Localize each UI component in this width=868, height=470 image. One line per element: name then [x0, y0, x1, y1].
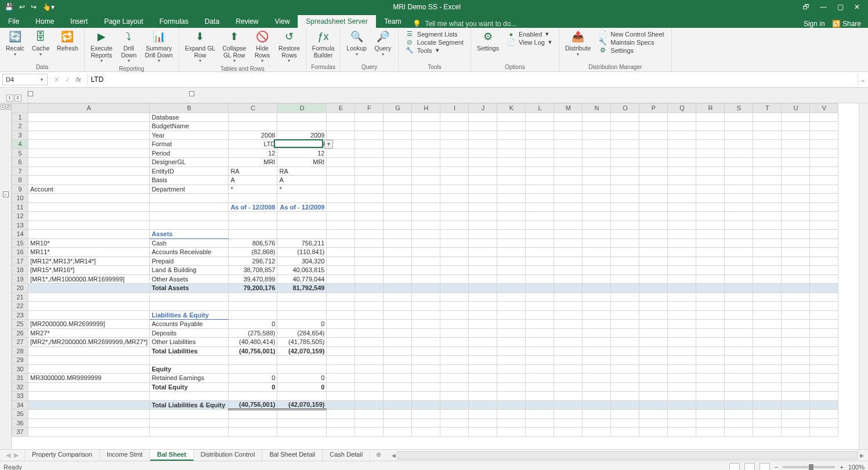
cell-U34[interactable] — [782, 400, 810, 410]
cell-T6[interactable] — [753, 158, 782, 167]
cell-I35[interactable] — [440, 410, 469, 419]
cell-U8[interactable] — [782, 176, 810, 185]
cell-S37[interactable] — [725, 428, 753, 437]
row-header-14[interactable]: 14 — [12, 230, 28, 239]
cell-I23[interactable] — [440, 310, 469, 320]
cell-I9[interactable] — [440, 185, 469, 194]
cell-H2[interactable] — [412, 122, 440, 131]
cell-L20[interactable] — [526, 284, 554, 293]
row-header-5[interactable]: 5 — [12, 149, 28, 158]
cell-N37[interactable] — [583, 428, 611, 437]
cell-V23[interactable] — [810, 310, 838, 320]
cell-M30[interactable] — [554, 364, 583, 374]
cell-T25[interactable] — [753, 320, 782, 329]
locate-segment-button[interactable]: ◎Locate Segment — [406, 38, 464, 46]
cell-C10[interactable] — [229, 194, 277, 203]
cell-N3[interactable] — [583, 131, 611, 140]
cell-V12[interactable] — [810, 212, 838, 221]
cell-U33[interactable] — [782, 392, 810, 401]
cell-O31[interactable] — [611, 374, 639, 383]
cache-button[interactable]: 🗄Cache▾ — [29, 29, 52, 58]
cell-D20[interactable]: 81,792,549 — [277, 284, 327, 293]
cell-I1[interactable] — [440, 113, 469, 122]
cell-U15[interactable] — [782, 238, 810, 248]
cell-A20[interactable] — [28, 284, 150, 293]
cell-P7[interactable] — [639, 167, 668, 176]
col-header-G[interactable]: G — [384, 104, 412, 113]
cell-G7[interactable] — [384, 167, 412, 176]
cell-S3[interactable] — [725, 131, 753, 140]
cell-C1[interactable] — [229, 113, 277, 122]
cell-T22[interactable] — [753, 302, 782, 311]
cell-V18[interactable] — [810, 266, 838, 275]
cell-K36[interactable] — [497, 418, 526, 428]
cell-P32[interactable] — [639, 382, 668, 392]
cell-E36[interactable] — [327, 418, 355, 428]
cell-B36[interactable] — [150, 418, 229, 428]
cell-F18[interactable] — [355, 266, 384, 275]
cell-S16[interactable] — [725, 248, 753, 257]
cell-C27[interactable]: (40,480,414) — [229, 338, 277, 347]
cell-R37[interactable] — [696, 428, 725, 437]
cell-A34[interactable] — [28, 400, 150, 410]
cell-N23[interactable] — [583, 310, 611, 320]
cell-C26[interactable]: (275,588) — [229, 328, 277, 338]
sheet-nav-prev-icon[interactable]: ◀ — [6, 451, 10, 459]
cell-E5[interactable] — [327, 149, 355, 158]
col-header-J[interactable]: J — [469, 104, 497, 113]
execute-reports-button[interactable]: ▶Execute Reports▾ — [88, 29, 115, 65]
tab-team[interactable]: Team — [376, 15, 409, 28]
cell-I14[interactable] — [440, 230, 469, 239]
cell-B13[interactable] — [150, 220, 229, 230]
cell-S5[interactable] — [725, 149, 753, 158]
cell-L22[interactable] — [526, 302, 554, 311]
cell-R20[interactable] — [696, 284, 725, 293]
cell-L17[interactable] — [526, 256, 554, 266]
cell-V6[interactable] — [810, 158, 838, 167]
cell-F35[interactable] — [355, 410, 384, 419]
cell-V13[interactable] — [810, 220, 838, 230]
row-header-30[interactable]: 30 — [12, 364, 28, 374]
sheet-tab-distribution-control[interactable]: Distribution Control — [194, 450, 263, 461]
cell-V32[interactable] — [810, 382, 838, 392]
cell-F29[interactable] — [355, 356, 384, 365]
col-header-V[interactable]: V — [810, 104, 838, 113]
cell-K23[interactable] — [497, 310, 526, 320]
cell-F3[interactable] — [355, 131, 384, 140]
cell-J27[interactable] — [469, 338, 497, 347]
cell-U10[interactable] — [782, 194, 810, 203]
cell-B4[interactable]: Format — [150, 140, 229, 149]
cell-L5[interactable] — [526, 149, 554, 158]
col-outline-level-1[interactable]: 1 — [6, 95, 13, 102]
col-header-U[interactable]: U — [782, 104, 810, 113]
cell-M26[interactable] — [554, 328, 583, 338]
cell-J36[interactable] — [469, 418, 497, 428]
cell-G30[interactable] — [384, 364, 412, 374]
cell-M25[interactable] — [554, 320, 583, 329]
cell-S12[interactable] — [725, 212, 753, 221]
cell-P4[interactable] — [639, 140, 668, 149]
cell-O3[interactable] — [611, 131, 639, 140]
cell-B1[interactable]: Database — [150, 113, 229, 122]
cell-D1[interactable] — [277, 113, 327, 122]
cell-F34[interactable] — [355, 400, 384, 410]
cell-L6[interactable] — [526, 158, 554, 167]
cell-E19[interactable] — [327, 274, 355, 284]
cell-I5[interactable] — [440, 149, 469, 158]
row-header-34[interactable]: 34 — [12, 400, 28, 410]
cell-M3[interactable] — [554, 131, 583, 140]
cell-F23[interactable] — [355, 310, 384, 320]
cell-D18[interactable]: 40,063,815 — [277, 266, 327, 275]
row-header-18[interactable]: 18 — [12, 266, 28, 275]
close-icon[interactable]: ✕ — [854, 3, 860, 11]
cell-O18[interactable] — [611, 266, 639, 275]
cell-J8[interactable] — [469, 176, 497, 185]
cell-C34[interactable]: (40,756,001) — [229, 400, 277, 410]
cell-U3[interactable] — [782, 131, 810, 140]
cell-S21[interactable] — [725, 292, 753, 302]
new-control-sheet-button[interactable]: 📄New Control Sheet — [599, 30, 664, 38]
cell-U7[interactable] — [782, 167, 810, 176]
cell-S34[interactable] — [725, 400, 753, 410]
cell-M5[interactable] — [554, 149, 583, 158]
cell-M7[interactable] — [554, 167, 583, 176]
